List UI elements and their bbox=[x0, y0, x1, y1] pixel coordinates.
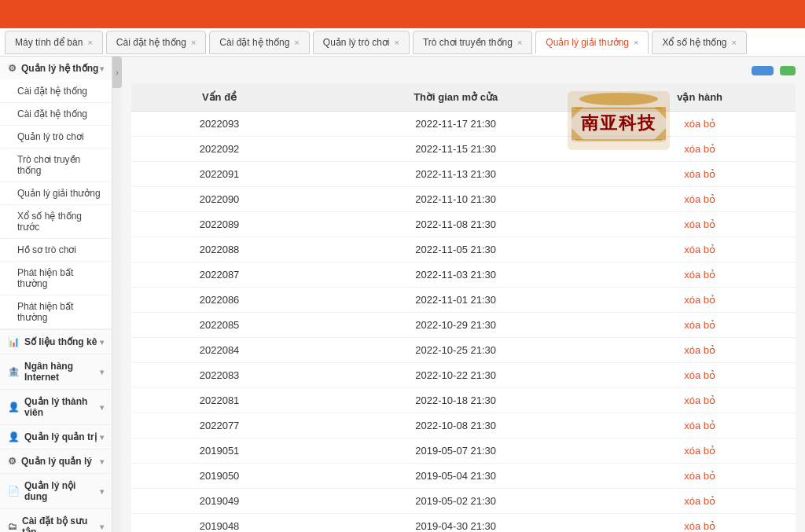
action-delete-12[interactable]: xóa bỏ bbox=[684, 420, 715, 431]
action-delete-8[interactable]: xóa bỏ bbox=[684, 319, 715, 331]
table-row: 20220842022-10-25 21:30xóa bỏ bbox=[131, 338, 796, 363]
cell-van-de-14: 2019050 bbox=[131, 464, 307, 489]
col-header-2: vận hành bbox=[604, 83, 796, 112]
action-delete-14[interactable]: xóa bỏ bbox=[684, 470, 715, 482]
cell-van-de-7: 2022086 bbox=[131, 288, 307, 313]
cell-van-de-4: 2022089 bbox=[131, 212, 307, 237]
tab-6[interactable]: Xổ số hệ thống× bbox=[652, 31, 746, 54]
tab-2[interactable]: Cài đặt hệ thống× bbox=[209, 31, 309, 54]
sidebar-item-0-8[interactable]: Phát hiện bất thường bbox=[0, 295, 112, 329]
tab-close-1[interactable]: × bbox=[191, 38, 196, 47]
sidebar-group-icon-2: 🏦 bbox=[8, 366, 20, 377]
table-row: 20220832022-10-22 21:30xóa bỏ bbox=[131, 363, 796, 388]
sidebar-group-header-5[interactable]: ⚙Quản lý quản lý▾ bbox=[0, 449, 112, 473]
cell-thoi-gian-4: 2022-11-08 21:30 bbox=[307, 212, 604, 237]
cell-action-14: xóa bỏ bbox=[604, 464, 796, 489]
sidebar-item-0-2[interactable]: Quản lý trò chơi bbox=[0, 126, 112, 149]
action-delete-3[interactable]: xóa bỏ bbox=[684, 193, 715, 205]
cell-thoi-gian-7: 2022-11-01 21:30 bbox=[307, 288, 604, 313]
sidebar-item-0-4[interactable]: Quản lý giải thưởng bbox=[0, 182, 112, 205]
action-delete-5[interactable]: xóa bỏ bbox=[684, 244, 715, 255]
cell-thoi-gian-14: 2019-05-04 21:30 bbox=[307, 464, 604, 489]
sidebar-group-header-1[interactable]: 📊Số liệu thống kê▾ bbox=[0, 330, 112, 354]
sidebar: ⚙Quản lý hệ thống▾Cài đặt hệ thốngCài đặ… bbox=[0, 57, 112, 532]
table-row: 20220932022-11-17 21:30xóa bỏ bbox=[131, 112, 796, 137]
tab-close-3[interactable]: × bbox=[395, 38, 399, 47]
table-header: Vấn đềThời gian mở cửavận hành bbox=[131, 83, 796, 112]
tab-5[interactable]: Quản lý giải thưởng× bbox=[535, 31, 649, 54]
cell-thoi-gian-2: 2022-11-13 21:30 bbox=[307, 162, 604, 187]
tab-4[interactable]: Trò chơi truyền thống× bbox=[413, 31, 532, 54]
cell-thoi-gian-12: 2022-10-08 21:30 bbox=[307, 413, 604, 438]
cell-van-de-3: 2022090 bbox=[131, 187, 307, 212]
table-row: 20220772022-10-08 21:30xóa bỏ bbox=[131, 413, 796, 438]
table-row: 20220852022-10-29 21:30xóa bỏ bbox=[131, 313, 796, 338]
action-delete-10[interactable]: xóa bỏ bbox=[684, 369, 715, 381]
sidebar-group-3: 👤Quản lý thành viên▾ bbox=[0, 390, 112, 425]
sidebar-group-icon-3: 👤 bbox=[8, 402, 20, 413]
sidebar-group-header-3[interactable]: 👤Quản lý thành viên▾ bbox=[0, 390, 112, 424]
action-delete-7[interactable]: xóa bỏ bbox=[684, 294, 715, 306]
tab-close-6[interactable]: × bbox=[732, 38, 737, 47]
sidebar-group-5: ⚙Quản lý quản lý▾ bbox=[0, 449, 112, 474]
topbar bbox=[0, 0, 805, 28]
cell-van-de-6: 2022087 bbox=[131, 262, 307, 288]
cell-van-de-12: 2022077 bbox=[131, 413, 307, 438]
tab-close-0[interactable]: × bbox=[87, 38, 92, 47]
tab-1[interactable]: Cài đặt hệ thống× bbox=[106, 31, 206, 54]
cell-action-8: xóa bỏ bbox=[604, 313, 796, 338]
sidebar-group-6: 📄Quản lý nội dung▾ bbox=[0, 474, 112, 509]
sidebar-item-0-3[interactable]: Trò chơi truyền thống bbox=[0, 149, 112, 182]
sidebar-group-4: 👤Quản lý quản trị▾ bbox=[0, 425, 112, 449]
cell-thoi-gian-1: 2022-11-15 21:30 bbox=[307, 137, 604, 162]
sidebar-item-0-5[interactable]: Xổ số hệ thống trước bbox=[0, 205, 112, 239]
sidebar-group-header-0[interactable]: ⚙Quản lý hệ thống▾ bbox=[0, 57, 112, 80]
action-delete-16[interactable]: xóa bỏ bbox=[684, 520, 715, 532]
cell-action-11: xóa bỏ bbox=[604, 388, 796, 413]
cell-thoi-gian-15: 2019-05-02 21:30 bbox=[307, 489, 604, 514]
data-table: Vấn đềThời gian mở cửavận hành 202209320… bbox=[131, 83, 796, 532]
tab-3[interactable]: Quản lý trò chơi× bbox=[313, 31, 410, 54]
sidebar-item-0-6[interactable]: Hồ sơ trò chơi bbox=[0, 239, 112, 262]
action-delete-4[interactable]: xóa bỏ bbox=[684, 218, 715, 230]
action-delete-13[interactable]: xóa bỏ bbox=[684, 445, 715, 457]
main-content: Vấn đềThời gian mở cửavận hành 202209320… bbox=[122, 57, 805, 532]
cell-van-de-0: 2022093 bbox=[131, 112, 307, 137]
sidebar-group-arrow-2: ▾ bbox=[100, 368, 104, 376]
sidebar-group-arrow-7: ▾ bbox=[100, 523, 104, 531]
sidebar-group-icon-7: 🗂 bbox=[8, 521, 17, 532]
toolbar bbox=[131, 66, 796, 75]
sidebar-group-label-3: Quản lý thành viên bbox=[24, 396, 100, 418]
action-delete-15[interactable]: xóa bỏ bbox=[684, 495, 715, 507]
sidebar-group-header-2[interactable]: 🏦Ngân hàng Internet▾ bbox=[0, 354, 112, 389]
sidebar-group-7: 🗂Cài đặt bộ sưu tập▾ bbox=[0, 509, 112, 532]
action-delete-1[interactable]: xóa bỏ bbox=[684, 143, 715, 155]
sidebar-item-0-1[interactable]: Cài đặt hệ thống bbox=[0, 103, 112, 126]
table-row: 20220892022-11-08 21:30xóa bỏ bbox=[131, 212, 796, 237]
sidebar-collapse-button[interactable]: › bbox=[112, 57, 122, 88]
action-delete-2[interactable]: xóa bỏ bbox=[684, 168, 715, 180]
action-delete-9[interactable]: xóa bỏ bbox=[684, 344, 715, 356]
table-row: 20190502019-05-04 21:30xóa bỏ bbox=[131, 464, 796, 489]
tab-close-2[interactable]: × bbox=[294, 38, 299, 47]
sidebar-group-header-4[interactable]: 👤Quản lý quản trị▾ bbox=[0, 425, 112, 449]
sidebar-group-arrow-5: ▾ bbox=[100, 457, 104, 466]
sidebar-group-label-2: Ngân hàng Internet bbox=[24, 361, 100, 383]
action-delete-0[interactable]: xóa bỏ bbox=[684, 118, 715, 130]
action-delete-11[interactable]: xóa bỏ bbox=[684, 394, 715, 406]
tab-close-4[interactable]: × bbox=[517, 38, 522, 47]
sidebar-group-icon-1: 📊 bbox=[8, 336, 20, 347]
add-data-button[interactable] bbox=[752, 66, 774, 75]
sidebar-group-0: ⚙Quản lý hệ thống▾Cài đặt hệ thốngCài đặ… bbox=[0, 57, 112, 330]
cell-thoi-gian-5: 2022-11-05 21:30 bbox=[307, 237, 604, 262]
table-row: 20220872022-11-03 21:30xóa bỏ bbox=[131, 262, 796, 288]
sidebar-item-0-7[interactable]: Phát hiện bất thường bbox=[0, 262, 112, 295]
sidebar-group-label-4: Quản lý quản trị bbox=[24, 431, 97, 442]
tab-0[interactable]: Máy tính để bàn× bbox=[5, 31, 103, 54]
action-delete-6[interactable]: xóa bỏ bbox=[684, 269, 715, 281]
refresh-button[interactable] bbox=[780, 66, 796, 75]
sidebar-group-header-7[interactable]: 🗂Cài đặt bộ sưu tập▾ bbox=[0, 509, 112, 532]
sidebar-item-0-0[interactable]: Cài đặt hệ thống bbox=[0, 80, 112, 103]
tab-close-5[interactable]: × bbox=[634, 38, 638, 47]
sidebar-group-header-6[interactable]: 📄Quản lý nội dung▾ bbox=[0, 474, 112, 508]
